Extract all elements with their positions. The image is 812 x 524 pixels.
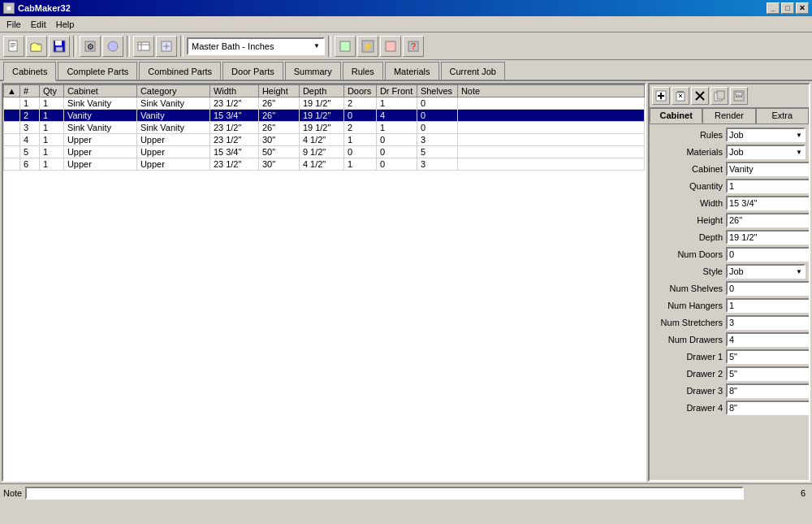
- col-doors[interactable]: Doors: [343, 85, 376, 97]
- col-category[interactable]: Category: [136, 85, 209, 97]
- toolbar-btn-3[interactable]: [49, 36, 70, 57]
- spin-input-num-doors[interactable]: [726, 247, 809, 262]
- svg-rect-3: [11, 46, 14, 47]
- form-row: Width: [653, 196, 806, 210]
- job-dropdown[interactable]: Master Bath - Inches ▼: [187, 37, 325, 55]
- table-cell: 30": [258, 134, 299, 146]
- toolbar-btn-8[interactable]: [335, 36, 356, 57]
- form-label: Materials: [653, 147, 726, 157]
- toolbar-btn-7[interactable]: [156, 36, 177, 57]
- spin-input-num-stretchers[interactable]: [726, 315, 809, 330]
- col-num[interactable]: #: [19, 85, 39, 97]
- tab-rules[interactable]: Rules: [343, 62, 383, 80]
- form-label: Num Drawers: [653, 335, 726, 344]
- col-qty[interactable]: Qty: [39, 85, 63, 97]
- svg-rect-11: [138, 42, 149, 50]
- form-input-drawer-4[interactable]: [726, 401, 809, 415]
- toolbar-btn-11[interactable]: ?: [403, 36, 424, 57]
- toolbar-sep-4: [328, 36, 331, 57]
- form-input-width[interactable]: [726, 196, 809, 210]
- panel-tab-render[interactable]: Render: [702, 108, 755, 123]
- table-cell: Sink Vanity: [63, 122, 136, 134]
- menu-edit[interactable]: Edit: [26, 18, 51, 31]
- form-input-drawer-1[interactable]: [726, 349, 809, 364]
- svg-rect-17: [340, 41, 350, 51]
- svg-rect-35: [736, 93, 742, 95]
- tab-current-job[interactable]: Current Job: [441, 62, 505, 80]
- form-input-cabinet[interactable]: [726, 162, 809, 176]
- toolbar-btn-10[interactable]: [380, 36, 401, 57]
- col-dr-front[interactable]: Dr Front: [376, 85, 417, 97]
- form-row: Num Doors▲▼: [653, 247, 806, 262]
- col-sort[interactable]: ▲: [4, 85, 20, 97]
- form-dropdown-materials[interactable]: Job▼: [726, 145, 806, 159]
- toolbar-btn-6[interactable]: [133, 36, 154, 57]
- table-cell: 1: [343, 158, 376, 171]
- note-input[interactable]: [25, 487, 744, 500]
- form-dropdown-rules[interactable]: Job▼: [726, 128, 806, 142]
- table-row[interactable]: 51UpperUpper15 3/4"50"9 1/2"005: [4, 146, 645, 158]
- table-row[interactable]: 41UpperUpper23 1/2"30"4 1/2"103: [4, 134, 645, 146]
- dropdown-arrow-icon: ▼: [313, 42, 320, 50]
- tab-door-parts[interactable]: Door Parts: [222, 62, 283, 80]
- minimize-button[interactable]: _: [767, 2, 780, 14]
- table-cell: Upper: [136, 146, 209, 158]
- table-row[interactable]: 31Sink VanitySink Vanity23 1/2"26"19 1/2…: [4, 122, 645, 134]
- table-row[interactable]: 61UpperUpper23 1/2"30"4 1/2"103: [4, 158, 645, 171]
- form-input-drawer-2[interactable]: [726, 366, 809, 381]
- form-label: Num Doors: [653, 249, 726, 259]
- toolbar-btn-4[interactable]: ⚙: [80, 36, 101, 57]
- record-count: 6: [744, 488, 809, 498]
- panel-copy-button[interactable]: [710, 87, 728, 105]
- panel-close-button[interactable]: [691, 87, 709, 105]
- tab-complete-parts[interactable]: Complete Parts: [58, 62, 137, 80]
- col-depth[interactable]: Depth: [299, 85, 343, 97]
- panel-add-button[interactable]: [652, 87, 670, 105]
- table-cell: 26": [258, 122, 299, 134]
- col-width[interactable]: Width: [209, 85, 258, 97]
- maximize-button[interactable]: □: [781, 2, 794, 14]
- col-cabinet[interactable]: Cabinet: [63, 85, 136, 97]
- tab-materials[interactable]: Materials: [385, 62, 439, 80]
- table-cell: Sink Vanity: [136, 97, 209, 110]
- close-button[interactable]: ✕: [796, 2, 809, 14]
- form-input-drawer-3[interactable]: [726, 383, 809, 398]
- form-input-depth[interactable]: [726, 230, 809, 245]
- panel-toolbar: [650, 84, 809, 108]
- cabinet-table-area: ▲ # Qty Cabinet Category Width Height De…: [2, 83, 646, 482]
- table-cell: 0: [417, 97, 457, 110]
- table-row[interactable]: 11Sink VanitySink Vanity23 1/2"26"19 1/2…: [4, 97, 645, 110]
- menu-help[interactable]: Help: [51, 18, 80, 31]
- app-icon: ■: [3, 2, 15, 14]
- panel-calc-button[interactable]: [730, 87, 748, 105]
- spin-input-quantity[interactable]: [726, 179, 809, 193]
- spin-input-num-drawers[interactable]: [726, 332, 809, 347]
- form-dropdown-style[interactable]: Job▼: [726, 264, 806, 279]
- table-cell: 5: [19, 146, 39, 158]
- col-shelves[interactable]: Shelves: [417, 85, 457, 97]
- toolbar-btn-5[interactable]: [102, 36, 123, 57]
- tab-combined-parts[interactable]: Combined Parts: [139, 62, 221, 80]
- table-cell: [457, 122, 644, 134]
- panel-tab-cabinet[interactable]: Cabinet: [650, 108, 702, 123]
- tab-summary[interactable]: Summary: [285, 62, 341, 80]
- spin-input-num-hangers[interactable]: [726, 298, 809, 313]
- table-cell: 26": [258, 97, 299, 110]
- form-row: Cabinet: [653, 162, 806, 176]
- form-input-height[interactable]: [726, 213, 809, 227]
- panel-delete-button[interactable]: [672, 87, 689, 105]
- spin-input-num-shelves[interactable]: [726, 281, 809, 296]
- col-note[interactable]: Note: [457, 85, 644, 97]
- panel-tab-extra[interactable]: Extra: [756, 108, 809, 123]
- toolbar-btn-1[interactable]: [3, 36, 24, 57]
- menu-file[interactable]: File: [2, 18, 26, 31]
- col-height[interactable]: Height: [258, 85, 299, 97]
- toolbar-btn-2[interactable]: [26, 36, 47, 57]
- toolbar-btn-9[interactable]: ⚡: [357, 36, 378, 57]
- title-bar: ■ CabMaker32 _ □ ✕: [0, 0, 812, 16]
- tab-cabinets[interactable]: Cabinets: [3, 62, 56, 81]
- form-row: Num Stretchers▲▼: [653, 315, 806, 330]
- table-row[interactable]: 21VanityVanity15 3/4"26"19 1/2"040: [4, 110, 645, 122]
- svg-rect-37: [738, 96, 740, 97]
- form-label: Rules: [653, 130, 726, 140]
